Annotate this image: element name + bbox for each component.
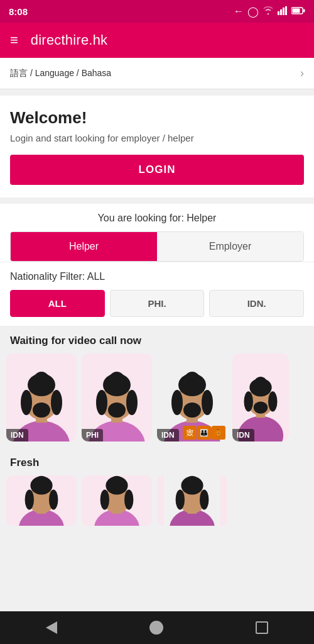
fresh-section-title: Fresh xyxy=(0,448,314,475)
family-icon: 👪 xyxy=(197,426,211,440)
app-title: directhire.hk xyxy=(31,32,107,48)
svg-point-13 xyxy=(21,390,32,415)
svg-rect-3 xyxy=(285,6,287,15)
svg-point-23 xyxy=(126,390,138,415)
svg-rect-0 xyxy=(278,11,279,15)
circle-status-icon: ◯ xyxy=(247,6,259,18)
nationality-badge-4: IDN xyxy=(232,429,254,441)
avatar-area-2: PHI xyxy=(82,353,152,441)
svg-point-39 xyxy=(254,377,268,393)
profile-card-2[interactable]: PHI xyxy=(82,353,152,441)
login-button[interactable]: LOGIN xyxy=(10,155,304,185)
back-arrow-icon: ← xyxy=(234,6,244,17)
nationality-idn-button[interactable]: IDN. xyxy=(209,290,304,317)
video-call-title: Waiting for video call now xyxy=(0,326,314,353)
nationality-section: Nationality Filter: ALL ALL PHI. IDN. xyxy=(0,262,314,326)
svg-point-30 xyxy=(183,372,201,392)
svg-point-42 xyxy=(254,401,268,413)
fresh-card-3[interactable] xyxy=(157,475,227,526)
hamburger-menu[interactable]: ≡ xyxy=(10,32,18,48)
avatar-area-3: IDN 🕸 👪 ⛹ xyxy=(157,353,227,441)
role-toggle: Helper Employer xyxy=(10,231,304,262)
video-call-cards: IDN PHI xyxy=(0,353,314,448)
svg-point-66 xyxy=(200,489,208,509)
profile-card-4[interactable]: IDN xyxy=(232,353,289,441)
status-icons: ← ◯ xyxy=(234,6,305,18)
svg-point-49 xyxy=(25,489,34,509)
svg-point-57 xyxy=(100,489,109,509)
svg-point-58 xyxy=(124,489,133,509)
status-bar: 8:08 ← ◯ xyxy=(0,0,314,23)
svg-point-14 xyxy=(51,390,62,415)
svg-point-41 xyxy=(268,391,277,411)
svg-point-15 xyxy=(33,402,50,418)
helper-toggle-button[interactable]: Helper xyxy=(11,232,157,261)
nationality-badge-3: IDN xyxy=(157,429,179,441)
fresh-card-1[interactable] xyxy=(6,475,77,526)
recents-nav-button[interactable] xyxy=(256,621,268,634)
nationality-badge-1: IDN xyxy=(6,429,28,441)
back-nav-icon xyxy=(46,621,57,634)
nationality-filter-row: ALL PHI. IDN. xyxy=(10,290,304,317)
fresh-section: Fresh xyxy=(0,448,314,532)
svg-rect-2 xyxy=(283,8,284,15)
home-nav-icon xyxy=(149,621,163,635)
svg-point-50 xyxy=(49,489,58,509)
svg-point-24 xyxy=(108,402,126,418)
bottom-nav xyxy=(0,611,314,644)
chevron-right-icon: › xyxy=(300,67,304,80)
nationality-label: Nationality Filter: ALL xyxy=(10,271,304,282)
elder-icon: ⛹ xyxy=(212,426,225,440)
video-call-section: Waiting for video call now xyxy=(0,326,314,448)
employer-toggle-button[interactable]: Employer xyxy=(157,232,303,261)
fresh-avatar-3 xyxy=(157,475,227,526)
fresh-cards-row xyxy=(0,475,314,532)
nationality-phi-button[interactable]: PHI. xyxy=(110,290,205,317)
status-time: 8:08 xyxy=(9,6,28,17)
signal-icon xyxy=(278,6,288,17)
profile-card-1[interactable]: IDN xyxy=(6,353,77,441)
avatar-area-1: IDN xyxy=(6,353,77,441)
baby-icon: 🕸 xyxy=(183,426,197,440)
fresh-card-2[interactable] xyxy=(82,475,152,526)
svg-point-48 xyxy=(35,476,48,490)
svg-point-33 xyxy=(183,402,201,418)
svg-point-22 xyxy=(96,390,107,415)
svg-point-40 xyxy=(244,391,252,411)
home-nav-button[interactable] xyxy=(149,621,163,635)
svg-rect-5 xyxy=(293,9,300,13)
battery-icon xyxy=(291,6,305,16)
svg-point-12 xyxy=(33,372,50,392)
svg-rect-6 xyxy=(303,9,305,13)
svg-point-31 xyxy=(171,390,183,415)
profile-card-3[interactable]: IDN 🕸 👪 ⛹ xyxy=(157,353,227,441)
language-text: 語言 / Language / Bahasa xyxy=(10,68,111,79)
welcome-subtitle: Login and start looking for employer / h… xyxy=(10,133,304,143)
svg-point-64 xyxy=(185,476,199,490)
recents-nav-icon xyxy=(256,621,268,634)
looking-for-label: You are looking for: Helper xyxy=(10,213,304,224)
back-nav-button[interactable] xyxy=(46,621,57,634)
svg-point-21 xyxy=(108,372,126,392)
nationality-badge-2: PHI xyxy=(82,429,103,441)
welcome-title: Welcome! xyxy=(10,108,304,128)
nationality-all-button[interactable]: ALL xyxy=(10,290,105,317)
skill-icons-3: 🕸 👪 ⛹ xyxy=(181,424,227,441)
looking-for-section: You are looking for: Helper Helper Emplo… xyxy=(0,204,314,262)
svg-point-65 xyxy=(176,489,185,509)
language-bar[interactable]: 語言 / Language / Bahasa › xyxy=(0,58,314,89)
fresh-avatar-2 xyxy=(82,475,152,526)
welcome-card: Welcome! Login and start looking for emp… xyxy=(0,96,314,197)
svg-point-56 xyxy=(110,476,124,490)
avatar-area-4: IDN xyxy=(232,353,289,441)
app-bar: ≡ directhire.hk xyxy=(0,23,314,58)
svg-point-32 xyxy=(202,390,213,415)
svg-rect-1 xyxy=(280,9,282,15)
wifi-icon xyxy=(263,6,274,17)
fresh-avatar-1 xyxy=(6,475,77,526)
